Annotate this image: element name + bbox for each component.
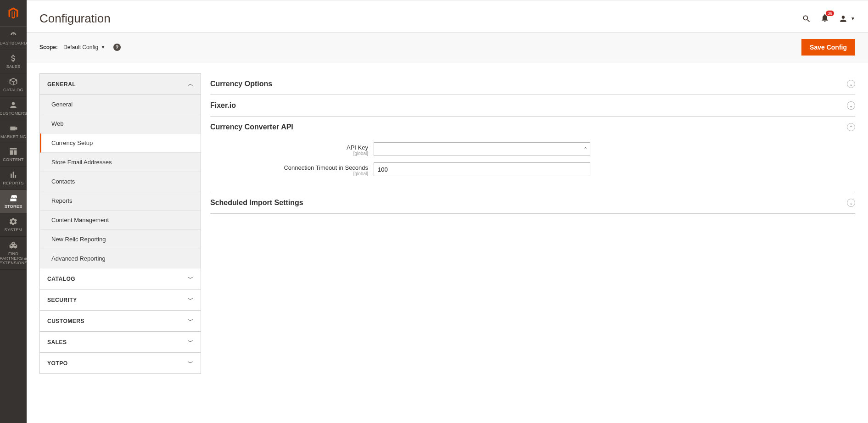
section-header[interactable]: Fixer.io⌄ (210, 95, 855, 116)
account-menu[interactable]: ▼ (839, 14, 855, 23)
field-label-col: API Key[global] (210, 142, 374, 156)
tab-group-yotpo[interactable]: YOTPO﹀ (40, 353, 201, 373)
dashboard-icon (9, 30, 18, 39)
content-area: GENERAL︿GeneralWebCurrency SetupStore Em… (27, 62, 868, 385)
section-header[interactable]: Currency Options⌄ (210, 73, 855, 95)
nav-reports[interactable]: REPORTS (0, 167, 27, 190)
nav-label: CUSTOMERS (0, 111, 27, 116)
section-header[interactable]: Currency Converter API⌃ (210, 117, 855, 138)
config-tabs: GENERAL︿GeneralWebCurrency SetupStore Em… (39, 73, 201, 374)
section-currency-converter-api: Currency Converter API⌃API Key[global]⌃C… (210, 117, 855, 192)
search-icon[interactable] (802, 14, 811, 23)
person-icon (9, 100, 18, 110)
chevron-down-icon: ﹀ (188, 338, 194, 346)
magento-logo-icon (7, 7, 20, 20)
field-connection-timeout-in-seconds: Connection Timeout in Seconds[global] (210, 162, 855, 176)
tab-group-label: YOTPO (47, 360, 68, 367)
nav-marketing[interactable]: MARKETING (0, 120, 27, 144)
nav-label: MARKETING (0, 135, 26, 139)
save-config-button[interactable]: Save Config (801, 39, 855, 56)
main-content: Configuration 36 ▼ Scope: Default Config… (27, 0, 868, 385)
section-header[interactable]: Scheduled Import Settings⌄ (210, 192, 855, 213)
nav-label: FIND PARTNERS & EXTENSIONS (0, 252, 28, 266)
tab-group-label: SECURITY (47, 297, 77, 303)
nav-stores[interactable]: STORES (0, 190, 27, 213)
chevron-down-icon: ﹀ (188, 359, 194, 367)
scope-value: Default Config (63, 44, 98, 50)
chevron-down-icon: ﹀ (188, 275, 194, 283)
nav-system[interactable]: SYSTEM (0, 213, 27, 237)
tab-item-general[interactable]: General (40, 95, 201, 114)
section-title: Scheduled Import Settings (210, 199, 303, 207)
megaphone-icon (9, 124, 18, 133)
tab-items: GeneralWebCurrency SetupStore Email Addr… (40, 95, 201, 268)
tab-group-customers[interactable]: CUSTOMERS﹀ (40, 311, 201, 332)
tab-group-general[interactable]: GENERAL︿ (40, 74, 201, 95)
section-toggle-icon: ⌃ (847, 123, 855, 131)
field-input[interactable] (374, 162, 590, 176)
section-toggle-icon: ⌄ (847, 80, 855, 88)
tab-group-sales[interactable]: SALES﹀ (40, 332, 201, 353)
header-actions: 36 ▼ (802, 13, 855, 24)
notification-badge: 36 (826, 11, 834, 16)
user-icon (839, 14, 848, 23)
notifications-icon[interactable]: 36 (820, 13, 829, 24)
section-scheduled-import-settings: Scheduled Import Settings⌄ (210, 192, 855, 214)
nav-dashboard[interactable]: DASHBOARD (0, 27, 27, 50)
field-input-col: ⌃ (374, 142, 590, 156)
tab-group-security[interactable]: SECURITY﹀ (40, 289, 201, 311)
field-label: API Key (210, 144, 368, 151)
nav-label: STORES (5, 205, 22, 209)
chevron-down-icon: ▼ (101, 45, 105, 50)
page-header: Configuration 36 ▼ (27, 0, 868, 32)
nav-label: SALES (6, 65, 21, 69)
chevron-up-icon: ︿ (188, 80, 194, 88)
tab-item-content-management[interactable]: Content Management (40, 211, 201, 230)
nav-content[interactable]: CONTENT (0, 143, 27, 167)
dollar-icon (9, 54, 18, 63)
field-scope: [global] (210, 151, 368, 156)
nav-label: REPORTS (3, 181, 23, 186)
nav-sales[interactable]: SALES (0, 50, 27, 73)
scope-label: Scope: (39, 44, 58, 50)
tab-group-label: CATALOG (47, 276, 75, 282)
tab-item-web[interactable]: Web (40, 114, 201, 134)
tab-group-label: SALES (47, 339, 67, 345)
nav-label: CATALOG (3, 88, 23, 93)
box-icon (9, 77, 18, 86)
tab-item-reports[interactable]: Reports (40, 191, 201, 211)
field-input[interactable] (374, 142, 590, 156)
section-toggle-icon: ⌄ (847, 199, 855, 207)
nav-catalog[interactable]: CATALOG (0, 73, 27, 97)
nav-find-partners-extensions[interactable]: FIND PARTNERS & EXTENSIONS (0, 237, 27, 270)
store-icon (9, 194, 18, 203)
admin-sidebar: DASHBOARDSALESCATALOGCUSTOMERSMARKETINGC… (0, 0, 27, 385)
help-icon[interactable]: ? (113, 44, 121, 51)
cubes-icon (9, 241, 18, 250)
tab-item-currency-setup[interactable]: Currency Setup (40, 134, 201, 153)
layout-icon (9, 147, 18, 156)
scope-selector-group: Scope: Default Config ▼ ? (39, 44, 121, 51)
magento-logo[interactable] (0, 0, 27, 27)
nav-customers[interactable]: CUSTOMERS (0, 97, 27, 120)
chevron-down-icon: ﹀ (188, 317, 194, 325)
section-title: Currency Options (210, 80, 272, 88)
field-label: Connection Timeout in Seconds (210, 164, 368, 171)
tab-item-contacts[interactable]: Contacts (40, 172, 201, 191)
reveal-icon[interactable]: ⌃ (583, 146, 588, 152)
tab-group-catalog[interactable]: CATALOG﹀ (40, 268, 201, 289)
tab-item-new-relic-reporting[interactable]: New Relic Reporting (40, 230, 201, 249)
section-body: API Key[global]⌃Connection Timeout in Se… (210, 138, 855, 192)
tab-item-advanced-reporting[interactable]: Advanced Reporting (40, 249, 201, 268)
section-toggle-icon: ⌄ (847, 101, 855, 110)
nav-label: SYSTEM (5, 228, 22, 233)
section-fixer-io: Fixer.io⌄ (210, 95, 855, 117)
tab-group-label: GENERAL (47, 81, 76, 88)
section-title: Fixer.io (210, 101, 236, 110)
field-api-key: API Key[global]⌃ (210, 142, 855, 156)
field-input-col (374, 162, 590, 176)
section-currency-options: Currency Options⌄ (210, 73, 855, 95)
scope-select[interactable]: Default Config ▼ (63, 44, 105, 50)
tab-group-label: CUSTOMERS (47, 318, 84, 324)
tab-item-store-email-addresses[interactable]: Store Email Addresses (40, 153, 201, 172)
